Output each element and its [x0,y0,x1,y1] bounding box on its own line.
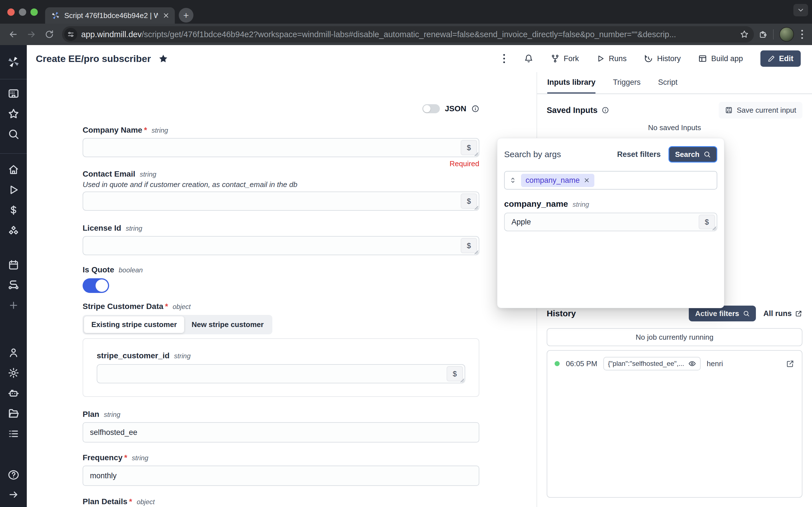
close-window-button[interactable] [7,8,15,16]
tab-script[interactable]: Script [658,72,677,94]
stripe-customer-tabs: Existing stripe customer New stripe cust… [83,315,272,334]
stripe-customer-id-input-box: $ [97,364,465,383]
sidebar-item-search[interactable] [7,127,20,141]
address-bar[interactable]: app.windmill.dev/scripts/get/476f1bdce46… [62,26,754,43]
back-button[interactable] [5,26,21,43]
plan-input[interactable] [83,423,479,442]
save-current-input-button[interactable]: Save current input [719,102,802,119]
edit-button[interactable]: Edit [760,50,801,67]
field-label-contact-email: Contact Email [83,170,135,179]
runs-button[interactable]: Runs [596,54,626,63]
run-row[interactable]: 06:05 PM {"plan":"selfhosted_ee",... hen… [555,357,795,371]
url-text[interactable]: app.windmill.dev/scripts/get/476f1bdce46… [81,30,736,39]
sidebar-item-apps[interactable] [7,87,20,100]
all-runs-link[interactable]: All runs [763,309,802,318]
required-star: * [165,302,168,311]
history-button[interactable]: History [644,54,680,63]
sidebar-item-schedules[interactable] [7,258,20,272]
sidebar-item-help[interactable] [7,468,20,482]
info-icon[interactable] [602,107,609,114]
favorite-star-icon[interactable] [158,54,168,64]
sidebar-item-users[interactable] [7,346,20,359]
search-icon [8,128,19,140]
sidebar-item-resources[interactable] [7,224,20,238]
more-options-button[interactable] [502,52,507,65]
resize-handle[interactable] [460,378,464,382]
json-toggle-label: JSON [445,104,466,113]
resize-handle[interactable] [474,249,478,254]
route-icon [7,279,20,291]
zoom-window-button[interactable] [31,8,38,16]
json-toggle[interactable] [422,104,440,113]
build-app-button[interactable]: Build app [698,54,743,63]
sidebar-item-runs[interactable] [7,183,20,196]
sidebar-item-favorites[interactable] [7,107,20,121]
remove-chip-icon[interactable] [583,177,590,183]
reload-button[interactable] [41,26,57,43]
search-button-label: Search [675,150,700,159]
chevron-up-down-icon [509,177,516,184]
sidebar-item-variables[interactable] [7,203,20,217]
run-args-chip[interactable]: {"plan":"selfhosted_ee",... [603,357,700,371]
sidebar-item-folders[interactable] [7,407,20,420]
popup-value-input[interactable] [505,213,717,231]
sidebar-expand-button[interactable] [7,488,20,501]
contact-email-input[interactable] [83,192,479,210]
eye-icon[interactable] [688,360,696,368]
site-info-button[interactable] [64,28,77,41]
license-id-input[interactable] [83,237,479,255]
field-label-stripe-customer-id: stripe_customer_id [97,351,169,360]
sidebar-item-workers[interactable] [7,386,20,400]
license-id-input-box: $ [83,236,479,255]
extensions-icon[interactable] [758,30,767,39]
tab-triggers[interactable]: Triggers [613,72,641,94]
forward-button[interactable] [23,26,40,43]
minimize-window-button[interactable] [19,8,26,16]
resize-handle[interactable] [474,152,478,156]
sidebar-item-logs[interactable] [7,427,20,441]
window-controls[interactable] [7,8,38,16]
frequency-input[interactable] [83,466,479,485]
run-args-preview: {"plan":"selfhosted_ee",... [608,360,684,368]
new-tab-button[interactable]: + [179,8,193,22]
runs-label: Runs [609,54,626,63]
field-type: string [152,126,168,134]
field-type: string [126,224,142,232]
notifications-button[interactable] [524,54,533,63]
resize-handle[interactable] [712,226,716,230]
arg-chip-label: company_name [525,176,580,185]
chrome-menu-button[interactable] [800,28,805,41]
external-link-icon [795,310,802,317]
sidebar-item-settings[interactable] [7,366,20,380]
tab-existing-stripe-customer[interactable]: Existing stripe customer [84,316,184,333]
tab-new-stripe-customer[interactable]: New stripe customer [184,316,271,333]
cubes-icon [7,225,20,237]
list-icon [8,428,19,440]
fork-button[interactable]: Fork [551,54,579,63]
windmill-logo[interactable] [7,55,20,69]
args-select[interactable]: company_name [504,171,717,189]
star-icon [7,108,20,120]
sidebar-item-flows[interactable] [7,278,20,292]
open-run-icon[interactable] [786,359,795,368]
bell-icon [524,54,533,63]
page-title: Create EE/pro subscriber [36,53,151,64]
company-name-input[interactable] [83,138,479,157]
arg-chip-company-name[interactable]: company_name [521,174,594,187]
user-icon [8,347,19,358]
profile-avatar[interactable] [779,27,794,42]
tab-search-button[interactable] [794,4,808,16]
sidebar-item-home[interactable] [7,163,20,176]
browser-tab[interactable]: Script 476f1bdce46b94e2 | W [45,7,175,24]
search-button[interactable]: Search [668,146,717,163]
info-icon[interactable] [471,105,479,113]
stripe-customer-id-input[interactable] [97,365,465,383]
reset-filters-link[interactable]: Reset filters [617,150,661,159]
sidebar-item-add[interactable] [7,298,20,312]
bookmark-star-icon[interactable] [740,30,749,39]
tab-close-icon[interactable] [162,12,170,19]
tab-inputs-library[interactable]: Inputs library [547,72,596,94]
folder-open-icon [7,407,20,420]
resize-handle[interactable] [474,205,478,210]
is-quote-toggle[interactable] [83,278,109,293]
